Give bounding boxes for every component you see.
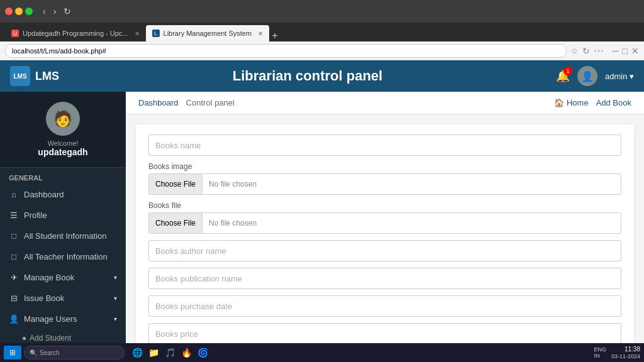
- sidebar-item-all-teacher[interactable]: □ All Teacher Information: [0, 246, 126, 267]
- windows-icon: ⊞: [9, 348, 16, 357]
- search-label: Search: [40, 349, 60, 356]
- window-minimize-icon[interactable]: ─: [613, 46, 619, 56]
- username-text: updategadh: [38, 147, 87, 157]
- sidebar-item-label: Manage Users: [24, 314, 77, 324]
- breadcrumb-dashboard-link[interactable]: Dashboard: [138, 98, 179, 107]
- books-author-input[interactable]: [148, 240, 621, 261]
- taskbar-app-3[interactable]: 🎵: [162, 345, 177, 360]
- teacher-icon: □: [9, 252, 19, 261]
- main-body: 🧑 Welcome! updategadh General ⌂ Dashboar…: [0, 92, 644, 362]
- tab-2[interactable]: L Library Management System ✕: [146, 25, 270, 41]
- sidebar-item-label: All Student Information: [24, 231, 107, 241]
- add-book-link[interactable]: Add Book: [596, 98, 631, 107]
- close-window-button[interactable]: [5, 8, 13, 15]
- users-icon: 👤: [9, 314, 19, 324]
- new-tab-button[interactable]: +: [272, 30, 277, 41]
- form-card: Books image Choose File No file chosen B…: [136, 124, 634, 362]
- refresh-button[interactable]: ↻: [61, 5, 74, 18]
- books-name-input[interactable]: [148, 134, 621, 156]
- notification-button[interactable]: 🔔 1: [556, 69, 570, 83]
- lang-label: ENG IN: [594, 346, 606, 359]
- close-tab-1-icon[interactable]: ✕: [135, 30, 140, 37]
- start-button[interactable]: ⊞: [4, 346, 21, 359]
- form-group-books-author: [148, 240, 621, 261]
- header-right: 🔔 1 👤 admin ▾: [556, 66, 634, 86]
- student-icon: □: [9, 231, 19, 241]
- refresh-addr-icon[interactable]: ↻: [582, 46, 590, 56]
- sidebar-item-label: All Teacher Information: [24, 252, 108, 261]
- browser-chrome: ‹ › ↻: [0, 0, 644, 23]
- breadcrumb: Dashboard Control panel 🏠 Home Add Book: [126, 92, 644, 114]
- book-icon: ✈: [9, 273, 19, 282]
- taskbar-app-2[interactable]: 📁: [146, 345, 161, 360]
- welcome-text: Welcome!: [48, 140, 79, 147]
- brand: LMS LMS: [10, 66, 59, 86]
- tab-2-favicon: L: [152, 30, 160, 37]
- chevron-down-icon: ▾: [114, 295, 117, 302]
- sidebar-item-profile[interactable]: ☰ Profile: [0, 205, 126, 226]
- taskbar-search-box[interactable]: 🔍 Search: [24, 346, 125, 359]
- books-file-no-file: No file chosen: [203, 219, 263, 228]
- top-header: LMS LMS Librarian control panel 🔔 1 👤 ad…: [0, 60, 644, 92]
- forward-button[interactable]: ›: [51, 5, 59, 18]
- browser-nav: ‹ › ↻: [40, 5, 74, 18]
- profile-avatar: 🧑: [46, 102, 80, 136]
- taskbar-app-1[interactable]: 🌐: [130, 345, 145, 360]
- taskbar-apps: 🌐 📁 🎵 🔥 🌀: [130, 345, 210, 360]
- books-purchase-date-input[interactable]: [148, 295, 621, 317]
- taskbar: ⊞ 🔍 Search 🌐 📁 🎵 🔥 🌀 ENG IN 11:38 03-11-…: [0, 343, 644, 362]
- tab-bar: U Updategadh Programming - Upc... ✕ L Li…: [0, 23, 644, 41]
- books-publication-input[interactable]: [148, 268, 621, 289]
- breadcrumb-right: 🏠 Home Add Book: [554, 98, 631, 107]
- books-file-choose-button[interactable]: Choose File: [149, 213, 203, 233]
- dashboard-icon: ⌂: [9, 190, 19, 199]
- form-group-books-image: Books image Choose File No file chosen: [148, 162, 621, 195]
- dot-icon: [23, 337, 26, 340]
- books-file-file-wrapper: Choose File No file chosen: [148, 212, 621, 234]
- tab-2-label: Library Management System: [164, 30, 252, 37]
- window-maximize-icon[interactable]: □: [623, 46, 628, 56]
- more-options-icon[interactable]: ⋯: [594, 45, 604, 57]
- address-bar: ☆ ↻ ⋯ ─ □ ✕: [0, 41, 644, 60]
- app-container: LMS LMS Librarian control panel 🔔 1 👤 ad…: [0, 60, 644, 362]
- sidebar-item-manage-users[interactable]: 👤 Manage Users ▾: [0, 309, 126, 329]
- taskbar-app-4[interactable]: 🔥: [179, 345, 194, 360]
- close-tab-2-icon[interactable]: ✕: [258, 30, 263, 37]
- address-input[interactable]: [5, 44, 567, 58]
- sidebar-item-dashboard[interactable]: ⌂ Dashboard: [0, 184, 126, 205]
- sidebar-item-all-student[interactable]: □ All Student Information: [0, 226, 126, 246]
- taskbar-time: 11:38 03-11-2024: [611, 345, 640, 361]
- bookmark-icon[interactable]: ☆: [570, 46, 579, 56]
- books-price-input[interactable]: [148, 323, 621, 344]
- sidebar-item-label: Dashboard: [24, 190, 64, 199]
- time-display: 11:38: [611, 345, 640, 353]
- tab-1[interactable]: U Updategadh Programming - Upc... ✕: [5, 25, 146, 41]
- breadcrumb-left: Dashboard Control panel: [138, 98, 235, 107]
- back-button[interactable]: ‹: [40, 5, 48, 18]
- sidebar-item-manage-book[interactable]: ✈ Manage Book ▾: [0, 267, 126, 288]
- form-group-books-purchase-date: [148, 295, 621, 317]
- form-group-books-publication: [148, 268, 621, 289]
- maximize-window-button[interactable]: [25, 8, 33, 15]
- sidebar-item-label: Issue Book: [24, 293, 64, 303]
- window-close-icon[interactable]: ✕: [631, 46, 639, 56]
- chevron-down-icon: ▾: [114, 274, 117, 281]
- profile-icon: ☰: [9, 211, 19, 220]
- sidebar-section-general: General: [0, 168, 126, 184]
- home-link[interactable]: 🏠 Home: [554, 98, 588, 107]
- chevron-down-icon: ▾: [114, 315, 117, 322]
- date-display: 03-11-2024: [611, 353, 640, 361]
- tab-1-favicon: U: [11, 30, 19, 37]
- notification-badge: 1: [564, 67, 572, 75]
- taskbar-app-5[interactable]: 🌀: [195, 345, 210, 360]
- sidebar-item-issue-book[interactable]: ⊟ Issue Book ▾: [0, 288, 126, 309]
- form-group-books-name: [148, 134, 621, 156]
- sidebar: 🧑 Welcome! updategadh General ⌂ Dashboar…: [0, 92, 126, 362]
- sidebar-profile: 🧑 Welcome! updategadh: [0, 92, 126, 168]
- window-controls: [5, 8, 33, 15]
- admin-dropdown[interactable]: admin ▾: [605, 72, 634, 81]
- books-image-choose-button[interactable]: Choose File: [149, 174, 203, 194]
- sub-item-label: Add Student: [30, 334, 71, 343]
- minimize-window-button[interactable]: [15, 8, 23, 15]
- books-image-no-file: No file chosen: [203, 180, 263, 189]
